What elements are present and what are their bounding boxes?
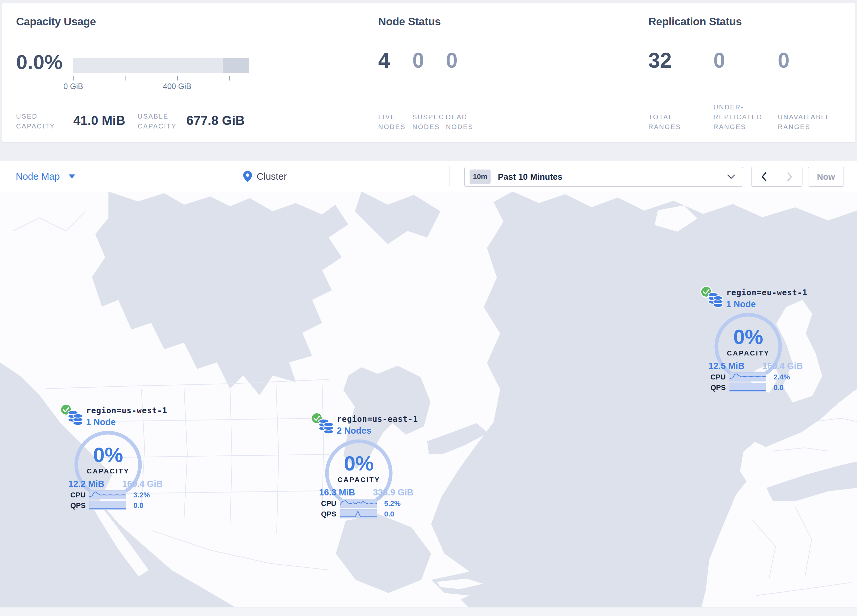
toolbar-divider <box>450 166 450 187</box>
qps-label: QPS <box>70 501 85 510</box>
region-used-capacity: 12.5 MiB <box>708 361 745 371</box>
axis-label-0: 0 GiB <box>47 82 99 91</box>
cpu-sparkline <box>340 499 377 508</box>
qps-value: 0.0 <box>384 510 394 519</box>
suspect-nodes-count: 0 <box>412 48 424 73</box>
capacity-gauge-label: CAPACITY <box>311 476 407 483</box>
map-footer-strip <box>0 607 857 616</box>
axis-tick <box>177 76 178 80</box>
usable-capacity-label: USABLE CAPACITY <box>138 111 177 131</box>
replication-status-title: Replication Status <box>648 15 742 28</box>
map-toolbar: Node Map Cluster 10m Past 10 Minutes <box>0 161 857 192</box>
chevron-right-icon <box>787 171 793 182</box>
capacity-gauge-percent: 0% <box>700 325 797 349</box>
qps-label: QPS <box>710 383 726 392</box>
node-map[interactable]: region=us-west-1 1 Node 0% CAPACITY 12.2… <box>0 191 857 616</box>
axis-tick <box>125 76 125 80</box>
cpu-value: 3.2% <box>133 491 150 499</box>
unavailable-ranges-count: 0 <box>778 48 790 73</box>
time-prev-button[interactable] <box>752 167 777 186</box>
view-mode-label: Node Map <box>16 171 60 182</box>
used-capacity-value: 41.0 MiB <box>73 111 125 130</box>
cpu-label: CPU <box>70 491 85 499</box>
region-total-capacity: 338.9 GiB <box>373 488 413 498</box>
region-total-capacity: 169.4 GiB <box>763 361 803 371</box>
live-nodes-count: 4 <box>378 48 390 73</box>
qps-label: QPS <box>321 510 336 519</box>
cpu-sparkline <box>90 490 126 499</box>
breadcrumb[interactable]: Cluster <box>243 161 287 192</box>
region-marker-us-west-1[interactable]: region=us-west-1 1 Node 0% CAPACITY 12.2… <box>60 403 170 513</box>
now-button[interactable]: Now <box>808 167 844 187</box>
qps-value: 0.0 <box>773 383 784 392</box>
capacity-usage-bar <box>73 58 249 73</box>
axis-label-400: 400 GiB <box>151 82 203 91</box>
capacity-usage-title: Capacity Usage <box>16 15 96 28</box>
capacity-bar-reserved-segment <box>223 58 249 73</box>
cpu-sparkline <box>730 372 766 381</box>
capacity-gauge-label: CAPACITY <box>700 349 797 357</box>
capacity-gauge-label: CAPACITY <box>60 467 156 475</box>
used-capacity-label: USED CAPACITY <box>16 111 55 131</box>
total-ranges-count: 32 <box>648 48 672 73</box>
region-total-capacity: 169.4 GiB <box>122 479 162 489</box>
axis-tick <box>73 76 74 80</box>
unavailable-ranges-label: UNAVAILABLERANGES <box>778 102 831 132</box>
live-nodes-label: LIVENODES <box>378 102 406 132</box>
cpu-value: 2.4% <box>773 373 790 381</box>
time-range-dropdown[interactable]: 10m Past 10 Minutes <box>464 167 743 187</box>
cpu-value: 5.2% <box>384 499 401 508</box>
total-ranges-label: TOTALRANGES <box>648 102 681 132</box>
qps-value: 0.0 <box>133 501 144 510</box>
region-used-capacity: 16.3 MiB <box>319 488 355 498</box>
region-marker-us-east-1[interactable]: region=us-east-1 2 Nodes 0% CAPACITY 16.… <box>311 411 420 521</box>
cpu-label: CPU <box>710 373 726 381</box>
time-range-pager <box>751 167 803 187</box>
chevron-down-icon <box>68 174 76 179</box>
cockroachdb-cluster-overview: { "accent_colors": { "link_blue": "#3e7c… <box>0 0 857 616</box>
time-range-label: Past 10 Minutes <box>498 172 563 182</box>
dead-nodes-count: 0 <box>446 48 458 73</box>
map-pin-icon <box>243 171 252 182</box>
time-range-badge: 10m <box>470 170 490 184</box>
view-mode-dropdown[interactable]: Node Map <box>16 161 76 192</box>
region-used-capacity: 12.2 MiB <box>68 479 105 489</box>
cpu-label: CPU <box>321 499 336 508</box>
usable-capacity-value: 677.8 GiB <box>186 111 245 130</box>
axis-tick <box>229 76 230 80</box>
chevron-down-icon <box>727 174 735 179</box>
qps-sparkline <box>90 501 126 510</box>
region-marker-eu-west-1[interactable]: region=eu-west-1 1 Node 0% CAPACITY 12.5… <box>700 285 810 395</box>
chevron-left-icon <box>761 171 767 182</box>
capacity-gauge-percent: 0% <box>60 443 156 466</box>
time-next-button[interactable] <box>777 167 803 186</box>
capacity-usage-percent: 0.0% <box>16 50 62 74</box>
qps-sparkline <box>730 383 766 392</box>
cluster-summary-card: Capacity Usage 0.0% 0 GiB 400 GiB USED C… <box>2 3 855 143</box>
under-replicated-ranges-count: 0 <box>713 48 725 73</box>
breadcrumb-cluster-label: Cluster <box>257 171 287 182</box>
node-status-title: Node Status <box>378 15 441 28</box>
qps-sparkline <box>340 509 377 519</box>
suspect-nodes-label: SUSPECTNODES <box>412 102 449 132</box>
capacity-gauge-percent: 0% <box>311 451 407 475</box>
under-replicated-ranges-label: UNDER-REPLICATEDRANGES <box>713 102 763 132</box>
dead-nodes-label: DEADNODES <box>446 102 473 132</box>
